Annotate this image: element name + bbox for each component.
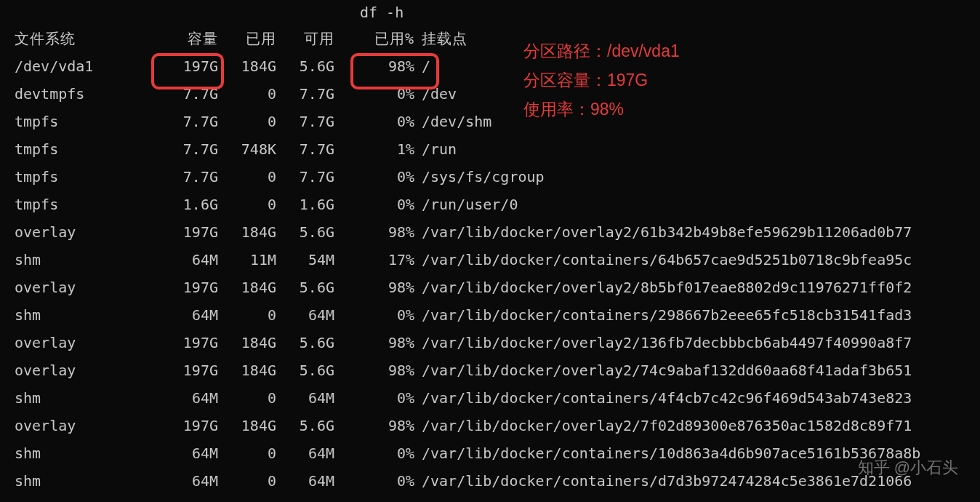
cell-used: 0 [218,301,276,329]
cell-filesystem: shm [15,246,160,274]
cell-usepercent: 0% [334,191,414,218]
table-row: shm64M064M0%/var/lib/docker/containers/1… [15,439,965,467]
cell-used: 184G [218,52,276,80]
cell-avail: 7.7G [276,163,334,191]
cell-filesystem: overlay [15,274,160,301]
cell-avail: 5.6G [276,329,334,356]
cell-usepercent: 0% [334,301,414,329]
cell-used: 0 [218,163,276,191]
cell-usepercent: 0% [334,163,414,191]
cell-avail: 5.6G [276,218,334,246]
cell-usepercent: 0% [334,80,414,108]
cell-used: 0 [218,384,276,412]
table-row: shm64M064M0%/var/lib/docker/containers/d… [15,467,965,495]
annotation-path: 分区路径：/dev/vda1 [523,36,680,65]
cell-filesystem: shm [15,467,160,495]
cell-filesystem: overlay [15,356,160,384]
cell-filesystem: /dev/vda1 [15,52,160,80]
cell-mount: /dev/shm [414,108,965,135]
cell-mount: / [414,52,965,80]
cell-size: 197G [160,412,218,439]
table-row: overlay197G184G5.6G98%/var/lib/docker/ov… [15,356,965,384]
table-row: overlay197G184G5.6G98%/var/lib/docker/ov… [15,274,965,301]
cell-avail: 5.6G [276,52,334,80]
cell-usepercent: 0% [334,384,414,412]
annotation-usage: 使用率：98% [523,95,680,124]
header-used: 已用 [218,25,276,52]
cell-size: 7.7G [160,163,218,191]
cell-filesystem: overlay [15,329,160,356]
cell-avail: 64M [276,467,334,495]
cell-usepercent: 98% [334,356,414,384]
cell-size: 197G [160,274,218,301]
cell-filesystem: shm [15,301,160,329]
cell-size: 64M [160,439,218,467]
table-row: tmpfs7.7G07.7G0%/dev/shm [15,108,965,135]
cell-usepercent: 17% [334,246,414,274]
header-filesystem: 文件系统 [15,25,160,52]
cell-filesystem: overlay [15,218,160,246]
cell-avail: 5.6G [276,356,334,384]
cell-used: 0 [218,191,276,218]
cell-avail: 1.6G [276,191,334,218]
cell-usepercent: 98% [334,218,414,246]
table-row: tmpfs7.7G748K7.7G1%/run [15,135,965,163]
cell-used: 184G [218,329,276,356]
cell-mount: /var/lib/docker/containers/298667b2eee65… [414,301,965,329]
cell-filesystem: shm [15,384,160,412]
table-row: shm64M064M0%/var/lib/docker/containers/2… [15,301,965,329]
cell-used: 184G [218,274,276,301]
cell-avail: 64M [276,384,334,412]
cell-mount: /var/lib/docker/overlay2/7f02d89300e8763… [414,412,965,439]
cell-size: 64M [160,301,218,329]
table-body: /dev/vda1197G184G5.6G98%/devtmpfs7.7G07.… [15,52,965,495]
cell-size: 64M [160,467,218,495]
cell-usepercent: 98% [334,274,414,301]
header-usepercent: 已用% [334,25,414,52]
cell-filesystem: overlay [15,412,160,439]
cell-mount: /sys/fs/cgroup [414,163,965,191]
cell-mount: /var/lib/docker/overlay2/74c9abaf132dd60… [414,356,965,384]
table-header-row: 文件系统 容量 已用 可用 已用% 挂载点 [15,25,965,52]
watermark-text: 知乎 @小石头 [858,454,958,482]
cell-filesystem: devtmpfs [15,80,160,108]
cell-mount: /var/lib/docker/overlay2/8b5bf017eae8802… [414,274,965,301]
cell-usepercent: 0% [334,467,414,495]
cell-usepercent: 1% [334,135,414,163]
cell-size: 64M [160,246,218,274]
cell-used: 0 [218,108,276,135]
table-row: tmpfs7.7G07.7G0%/sys/fs/cgroup [15,163,965,191]
cell-avail: 5.6G [276,274,334,301]
cell-mount: /run/user/0 [414,191,965,218]
cell-size: 197G [160,218,218,246]
header-avail: 可用 [276,25,334,52]
cell-filesystem: tmpfs [15,135,160,163]
cell-used: 184G [218,412,276,439]
cell-size: 7.7G [160,80,218,108]
cell-mount: /var/lib/docker/overlay2/136fb7decbbbcb6… [414,329,965,356]
cell-avail: 7.7G [276,135,334,163]
command-line: df -h [15,0,965,25]
table-row: overlay197G184G5.6G98%/var/lib/docker/ov… [15,329,965,356]
cell-usepercent: 98% [334,329,414,356]
cell-usepercent: 98% [334,412,414,439]
annotation-panel: 分区路径：/dev/vda1 分区容量：197G 使用率：98% [523,36,680,124]
terminal-output: df -h 文件系统 容量 已用 可用 已用% 挂载点 /dev/vda1197… [0,0,980,495]
cell-size: 197G [160,356,218,384]
annotation-capacity: 分区容量：197G [523,65,680,95]
cell-filesystem: tmpfs [15,191,160,218]
table-row: tmpfs1.6G01.6G0%/run/user/0 [15,191,965,218]
cell-size: 197G [160,52,218,80]
cell-avail: 64M [276,301,334,329]
table-row: overlay197G184G5.6G98%/var/lib/docker/ov… [15,218,965,246]
cell-mount: /var/lib/docker/containers/64b657cae9d52… [414,246,965,274]
cell-filesystem: tmpfs [15,108,160,135]
cell-avail: 54M [276,246,334,274]
command-text: df -h [360,4,403,21]
cell-used: 0 [218,467,276,495]
cell-usepercent: 98% [334,52,414,80]
cell-usepercent: 0% [334,439,414,467]
cell-avail: 7.7G [276,80,334,108]
cell-usepercent: 0% [334,108,414,135]
cell-used: 11M [218,246,276,274]
